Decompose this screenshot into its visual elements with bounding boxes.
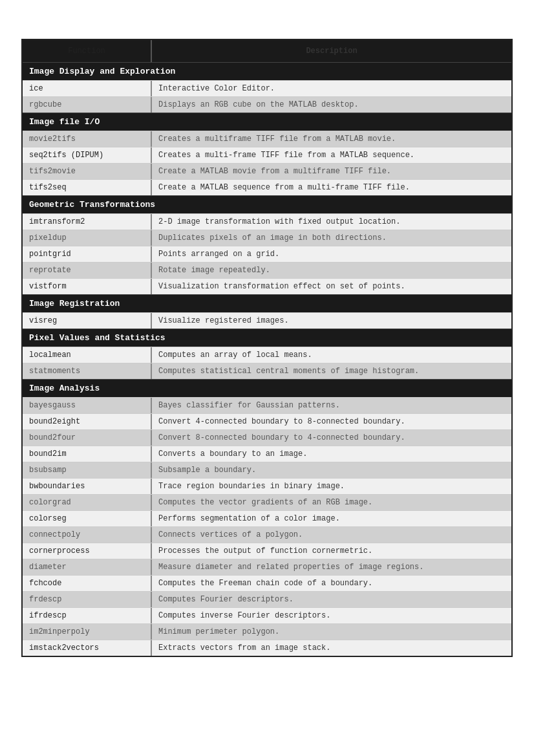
table-row: bsubsampSubsample a boundary. bbox=[23, 462, 511, 478]
desc-cell: Duplicates pixels of an image in both di… bbox=[152, 230, 511, 246]
table-row: ifrdescpComputes inverse Fourier descrip… bbox=[23, 607, 511, 623]
desc-cell: Bayes classifier for Gaussian patterns. bbox=[152, 398, 511, 413]
desc-cell: Connects vertices of a polygon. bbox=[152, 527, 511, 543]
table-row: diameterMeasure diameter and related pro… bbox=[23, 559, 511, 575]
desc-cell: Computes an array of local means. bbox=[152, 347, 511, 363]
section-title: Image Analysis bbox=[23, 380, 511, 397]
desc-cell: Subsample a boundary. bbox=[152, 462, 511, 478]
func-cell: statmoments bbox=[23, 363, 152, 379]
func-cell: diameter bbox=[23, 559, 152, 575]
table-row: movie2tifsCreates a multiframe TIFF file… bbox=[23, 131, 511, 147]
func-cell: tifs2seq bbox=[23, 180, 152, 195]
func-cell: colorgrad bbox=[23, 495, 152, 510]
desc-cell: Convert 4-connected boundary to 8-connec… bbox=[152, 414, 511, 429]
header-function: Function bbox=[23, 40, 152, 62]
section-title: Image Registration bbox=[23, 295, 511, 312]
section-header: Pixel Values and Statistics bbox=[23, 329, 511, 347]
section-header: Image Analysis bbox=[23, 379, 511, 397]
func-cell: connectpoly bbox=[23, 527, 152, 543]
func-cell: frdescp bbox=[23, 592, 152, 607]
section-header: Geometric Transformations bbox=[23, 195, 511, 213]
table-row: pointgridPoints arranged on a grid. bbox=[23, 246, 511, 262]
table-body: Image Display and ExplorationiceInteract… bbox=[23, 62, 511, 656]
desc-cell: Extracts vectors from an image stack. bbox=[152, 640, 511, 656]
desc-cell: Minimum perimeter polygon. bbox=[152, 624, 511, 640]
main-table: Function Description Image Display and E… bbox=[21, 39, 513, 657]
desc-cell: Computes inverse Fourier descriptors. bbox=[152, 608, 511, 623]
table-row: tifs2movieCreate a MATLAB movie from a m… bbox=[23, 163, 511, 179]
func-cell: imstack2vectors bbox=[23, 640, 152, 656]
func-cell: reprotate bbox=[23, 263, 152, 278]
desc-cell: Trace region boundaries in binary image. bbox=[152, 479, 511, 494]
func-cell: cornerprocess bbox=[23, 543, 152, 559]
table-row: reprotateRotate image repeatedly. bbox=[23, 262, 511, 278]
table-row: connectpolyConnects vertices of a polygo… bbox=[23, 526, 511, 543]
desc-cell: Converts a boundary to an image. bbox=[152, 446, 511, 462]
table-row: bwboundariesTrace region boundaries in b… bbox=[23, 478, 511, 494]
table-row: pixeldupDuplicates pixels of an image in… bbox=[23, 230, 511, 246]
section-title: Image file I/O bbox=[23, 113, 511, 131]
table-row: localmeanComputes an array of local mean… bbox=[23, 347, 511, 363]
table-row: cornerprocessProcesses the output of fun… bbox=[23, 543, 511, 559]
func-cell: colorseg bbox=[23, 511, 152, 526]
func-cell: ifrdescp bbox=[23, 608, 152, 623]
table-row: bayesgaussBayes classifier for Gaussian … bbox=[23, 397, 511, 413]
func-cell: fchcode bbox=[23, 576, 152, 591]
table-row: rgbcubeDisplays an RGB cube on the MATLA… bbox=[23, 96, 511, 113]
desc-cell: Rotate image repeatedly. bbox=[152, 263, 511, 278]
section-header: Image file I/O bbox=[23, 113, 511, 131]
desc-cell: Computes the vector gradients of an RGB … bbox=[152, 495, 511, 510]
desc-cell: Interactive Color Editor. bbox=[152, 81, 511, 96]
desc-cell: Computes the Freeman chain code of a bou… bbox=[152, 576, 511, 591]
func-cell: bwboundaries bbox=[23, 479, 152, 494]
desc-cell: Visualization transformation effect on s… bbox=[152, 279, 511, 294]
section-title: Pixel Values and Statistics bbox=[23, 329, 511, 347]
func-cell: bound2eight bbox=[23, 414, 152, 429]
func-cell: bound2im bbox=[23, 446, 152, 462]
func-cell: ice bbox=[23, 81, 152, 96]
section-header: Image Registration bbox=[23, 294, 511, 312]
table-row: fchcodeComputes the Freeman chain code o… bbox=[23, 575, 511, 591]
desc-cell: Computes Fourier descriptors. bbox=[152, 592, 511, 607]
table-row: tifs2seqCreate a MATLAB sequence from a … bbox=[23, 179, 511, 195]
table-row: bound2imConverts a boundary to an image. bbox=[23, 446, 511, 462]
func-cell: imtransform2 bbox=[23, 214, 152, 230]
table-row: im2minperpolyMinimum perimeter polygon. bbox=[23, 623, 511, 640]
func-cell: tifs2movie bbox=[23, 164, 152, 179]
table-row: imstack2vectorsExtracts vectors from an … bbox=[23, 640, 511, 656]
func-cell: bayesgauss bbox=[23, 398, 152, 413]
table-row: colorsegPerforms segmentation of a color… bbox=[23, 510, 511, 526]
desc-cell: Creates a multiframe TIFF file from a MA… bbox=[152, 131, 511, 147]
func-cell: seq2tifs (DIPUM) bbox=[23, 147, 152, 163]
table-row: seq2tifs (DIPUM)Creates a multi-frame TI… bbox=[23, 147, 511, 163]
table-row: vistformVisualization transformation eff… bbox=[23, 278, 511, 294]
table-row: bound2fourConvert 8-connected boundary t… bbox=[23, 429, 511, 446]
desc-cell: Visualize registered images. bbox=[152, 313, 511, 329]
table-row: imtransform22-D image transformation wit… bbox=[23, 213, 511, 230]
desc-cell: 2-D image transformation with fixed outp… bbox=[152, 214, 511, 230]
header-description: Description bbox=[152, 40, 511, 62]
table-row: bound2eightConvert 4-connected boundary … bbox=[23, 413, 511, 429]
desc-cell: Convert 8-connected boundary to 4-connec… bbox=[152, 430, 511, 446]
func-cell: pixeldup bbox=[23, 230, 152, 246]
section-header: Image Display and Exploration bbox=[23, 62, 511, 80]
table-row: iceInteractive Color Editor. bbox=[23, 80, 511, 96]
table-row: statmomentsComputes statistical central … bbox=[23, 363, 511, 379]
desc-cell: Processes the output of function cornerm… bbox=[152, 543, 511, 559]
desc-cell: Points arranged on a grid. bbox=[152, 246, 511, 262]
section-title: Geometric Transformations bbox=[23, 196, 511, 213]
desc-cell: Performs segmentation of a color image. bbox=[152, 511, 511, 526]
desc-cell: Creates a multi-frame TIFF file from a M… bbox=[152, 147, 511, 163]
func-cell: vistform bbox=[23, 279, 152, 294]
table-row: frdescpComputes Fourier descriptors. bbox=[23, 591, 511, 607]
func-cell: visreg bbox=[23, 313, 152, 329]
func-cell: bsubsamp bbox=[23, 462, 152, 478]
table-header: Function Description bbox=[23, 40, 511, 62]
desc-cell: Measure diameter and related properties … bbox=[152, 559, 511, 575]
desc-cell: Displays an RGB cube on the MATLAB deskt… bbox=[152, 97, 511, 113]
desc-cell: Create a MATLAB movie from a multiframe … bbox=[152, 164, 511, 179]
table-row: visregVisualize registered images. bbox=[23, 312, 511, 329]
func-cell: bound2four bbox=[23, 430, 152, 446]
func-cell: im2minperpoly bbox=[23, 624, 152, 640]
section-title: Image Display and Exploration bbox=[23, 63, 511, 80]
